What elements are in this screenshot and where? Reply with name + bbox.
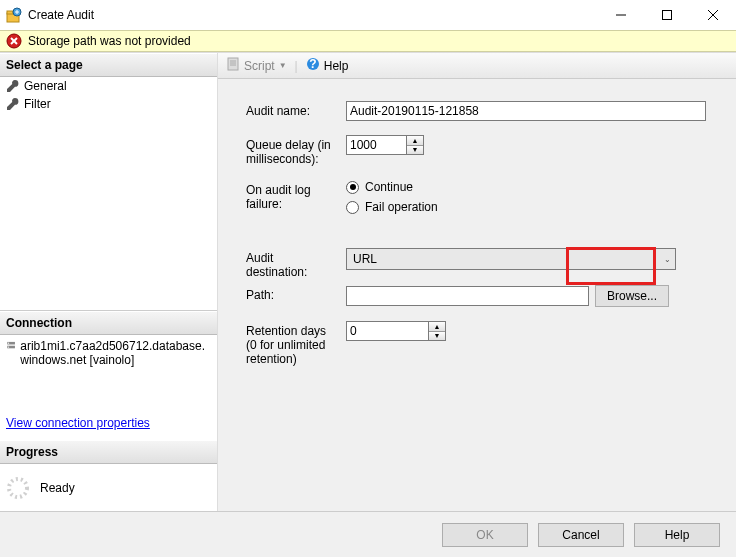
progress-spinner-icon	[6, 476, 30, 500]
connection-body: arib1mi1.c7aa2d506712.database.windows.n…	[0, 335, 217, 371]
chevron-down-icon: ⌄	[664, 255, 671, 264]
help-button[interactable]: Help	[634, 523, 720, 547]
minimize-button[interactable]	[598, 0, 644, 30]
cancel-button[interactable]: Cancel	[538, 523, 624, 547]
select-page-header: Select a page	[0, 53, 217, 77]
dialog-footer: OK Cancel Help	[0, 511, 736, 557]
script-label: Script	[244, 59, 275, 73]
select-value: URL	[353, 252, 377, 266]
page-list: General Filter	[0, 77, 217, 311]
view-connection-properties-link[interactable]: View connection properties	[0, 406, 217, 440]
window-title: Create Audit	[28, 8, 94, 22]
radio-continue[interactable]: Continue	[346, 180, 708, 194]
path-label: Path:	[246, 285, 338, 302]
spin-up-button[interactable]: ▲	[407, 136, 423, 146]
spin-down-button[interactable]: ▼	[429, 332, 445, 341]
retention-input[interactable]	[346, 321, 428, 341]
svg-point-14	[9, 479, 27, 497]
svg-point-13	[8, 346, 9, 347]
maximize-button[interactable]	[644, 0, 690, 30]
help-icon: ?	[306, 57, 320, 74]
close-button[interactable]	[690, 0, 736, 30]
connection-server: arib1mi1.c7aa2d506712.database.windows.n…	[20, 339, 211, 367]
script-button[interactable]: Script ▼	[222, 55, 291, 76]
form-area: Audit name: Queue delay (in milliseconds…	[218, 79, 736, 511]
error-message: Storage path was not provided	[28, 34, 191, 48]
radio-icon	[346, 201, 359, 214]
audit-name-label: Audit name:	[246, 101, 338, 118]
error-icon	[6, 33, 22, 49]
svg-point-12	[8, 342, 9, 343]
wrench-icon	[6, 97, 20, 111]
error-bar: Storage path was not provided	[0, 30, 736, 52]
page-item-filter[interactable]: Filter	[0, 95, 217, 113]
right-pane: Script ▼ | ? Help Audit name: Queue dela…	[218, 53, 736, 511]
page-item-label: Filter	[24, 97, 51, 111]
on-failure-label: On audit log failure:	[246, 180, 338, 211]
audit-name-input[interactable]	[346, 101, 706, 121]
left-pane: Select a page General Filter Connection …	[0, 53, 218, 511]
browse-button[interactable]: Browse...	[595, 285, 669, 307]
audit-destination-label: Audit destination:	[246, 248, 338, 279]
retention-label: Retention days (0 for unlimited retentio…	[246, 321, 338, 366]
radio-icon	[346, 181, 359, 194]
radio-fail-operation[interactable]: Fail operation	[346, 200, 708, 214]
wrench-icon	[6, 79, 20, 93]
chevron-down-icon: ▼	[279, 61, 287, 70]
queue-delay-label: Queue delay (in milliseconds):	[246, 135, 338, 166]
server-icon	[6, 339, 16, 355]
radio-label: Fail operation	[365, 200, 438, 214]
progress-header: Progress	[0, 440, 217, 464]
connection-header: Connection	[0, 311, 217, 335]
audit-destination-select[interactable]: URL ⌄	[346, 248, 676, 270]
help-label: Help	[324, 59, 349, 73]
ok-button[interactable]: OK	[442, 523, 528, 547]
svg-rect-1	[7, 11, 13, 14]
progress-status: Ready	[40, 481, 75, 495]
svg-rect-4	[663, 11, 672, 20]
help-button[interactable]: ? Help	[302, 55, 353, 76]
radio-label: Continue	[365, 180, 413, 194]
page-item-label: General	[24, 79, 67, 93]
app-icon	[6, 7, 22, 23]
queue-delay-input[interactable]	[346, 135, 406, 155]
svg-text:?: ?	[309, 57, 316, 71]
svg-rect-15	[228, 58, 238, 70]
path-input[interactable]	[346, 286, 589, 306]
toolbar: Script ▼ | ? Help	[218, 53, 736, 79]
title-bar: Create Audit	[0, 0, 736, 30]
script-icon	[226, 57, 240, 74]
spin-up-button[interactable]: ▲	[429, 322, 445, 332]
page-item-general[interactable]: General	[0, 77, 217, 95]
spin-down-button[interactable]: ▼	[407, 146, 423, 155]
